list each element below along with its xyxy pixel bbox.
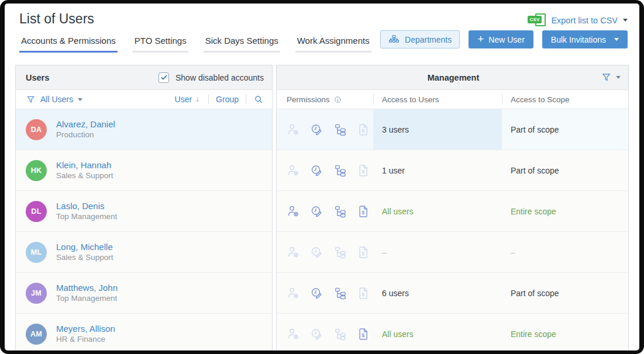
user-row[interactable]: DA Alvarez, Daniel Production <box>16 109 272 150</box>
user-department: Top Management <box>56 294 117 303</box>
access-to-users-cell[interactable]: 3 users <box>373 109 502 150</box>
tab-sick-days-settings[interactable]: Sick Days Settings <box>204 32 280 53</box>
user-name-link[interactable]: Laslo, Denis <box>56 201 117 211</box>
access-to-users-cell[interactable]: All users <box>373 314 502 350</box>
salary-document-icon[interactable] <box>357 286 370 300</box>
org-structure-icon[interactable] <box>333 204 347 218</box>
avatar: JM <box>26 283 47 304</box>
user-department: Production <box>56 130 94 139</box>
access-to-users-cell[interactable]: – <box>373 232 502 272</box>
access-to-users-cell[interactable]: 6 users <box>373 273 502 313</box>
action-buttons: Departments + New User Bulk Invitations <box>380 30 628 53</box>
user-settings-icon[interactable] <box>287 327 300 341</box>
org-structure-icon[interactable] <box>333 286 347 300</box>
user-settings-icon[interactable] <box>287 286 300 300</box>
departments-button[interactable]: Departments <box>380 30 460 48</box>
access-to-scope-cell[interactable]: Part of scope <box>502 273 628 313</box>
management-row: 1 user Part of scope <box>277 150 628 191</box>
chevron-down-icon <box>616 76 621 79</box>
tab-work-assignments[interactable]: Work Assignments <box>295 32 371 53</box>
salary-document-icon[interactable] <box>357 204 370 218</box>
permissions-cell <box>277 191 373 231</box>
access-to-scope-cell[interactable]: Entire scope <box>502 314 628 350</box>
divider <box>246 95 246 104</box>
user-name-link[interactable]: Meyers, Allison <box>56 324 115 334</box>
user-row[interactable]: AM Meyers, Allison HR & Finance <box>16 314 272 350</box>
user-row[interactable]: JM Matthews, John Top Management <box>16 273 272 314</box>
user-settings-icon[interactable] <box>287 164 300 177</box>
user-department: Sales & Support <box>56 253 113 262</box>
access-to-users-cell[interactable]: All users <box>373 191 502 231</box>
edit-time-icon[interactable] <box>310 204 323 218</box>
user-row[interactable]: DL Laslo, Denis Top Management <box>16 191 272 232</box>
user-settings-icon[interactable] <box>287 204 300 218</box>
window-frame: List of Users CSV Export list to CSV Acc… <box>0 0 644 354</box>
user-name-link[interactable]: Matthews, John <box>56 283 118 293</box>
access-to-scope-cell[interactable]: Part of scope <box>502 109 628 150</box>
sort-by-group-button[interactable]: Group <box>216 95 239 104</box>
user-name-link[interactable]: Klein, Hannah <box>56 160 113 170</box>
access-to-scope-cell[interactable]: – <box>502 232 628 272</box>
sort-descending-icon <box>194 96 201 103</box>
edit-time-icon[interactable] <box>310 245 323 259</box>
management-row: All users Entire scope <box>277 191 628 232</box>
info-icon[interactable] <box>333 95 342 104</box>
edit-time-icon[interactable] <box>310 123 323 136</box>
new-user-label: New User <box>488 35 524 44</box>
avatar: AM <box>26 324 47 345</box>
org-structure-icon[interactable] <box>333 123 347 136</box>
chevron-down-icon <box>623 19 628 22</box>
management-subheader: Permissions Access to Users Access to Sc… <box>277 90 628 109</box>
access-to-users-cell[interactable]: 1 user <box>373 150 502 190</box>
page-title: List of Users <box>19 11 94 27</box>
salary-document-icon[interactable] <box>357 327 370 341</box>
users-table: Users Show disabled accounts All Users <box>15 65 629 350</box>
tab-pto-settings[interactable]: PTO Settings <box>133 32 188 53</box>
management-filter-dropdown[interactable] <box>601 65 621 89</box>
access-to-users-column-header: Access to Users <box>373 90 502 109</box>
org-structure-icon[interactable] <box>333 327 347 341</box>
edit-time-icon[interactable] <box>310 327 323 341</box>
permissions-cell <box>277 314 373 350</box>
users-panel-header: Users Show disabled accounts <box>16 65 272 90</box>
export-csv-label: Export list to CSV <box>551 16 618 25</box>
avatar: DL <box>26 201 47 222</box>
access-to-scope-cell[interactable]: Entire scope <box>502 191 628 231</box>
export-csv-button[interactable]: CSV Export list to CSV <box>528 13 628 27</box>
user-name-link[interactable]: Alvarez, Daniel <box>56 119 115 129</box>
access-to-scope-cell[interactable]: Part of scope <box>502 150 628 190</box>
management-row: 6 users Part of scope <box>277 273 628 314</box>
show-disabled-checkbox[interactable]: Show disabled accounts <box>159 72 264 83</box>
search-icon[interactable] <box>253 94 264 105</box>
bulk-invitations-button[interactable]: Bulk Invitations <box>542 30 628 48</box>
permissions-cell <box>277 273 373 313</box>
user-filter-dropdown[interactable]: All Users <box>26 95 82 105</box>
user-settings-icon[interactable] <box>287 245 300 259</box>
user-row[interactable]: ML Long, Michelle Sales & Support <box>16 232 272 273</box>
edit-time-icon[interactable] <box>310 164 323 177</box>
org-structure-icon[interactable] <box>333 245 347 259</box>
departments-icon <box>388 34 400 45</box>
edit-time-icon[interactable] <box>310 286 323 300</box>
user-name-link[interactable]: Long, Michelle <box>56 242 113 252</box>
permissions-cell <box>277 109 373 150</box>
permissions-column-header: Permissions <box>277 90 373 109</box>
users-panel: Users Show disabled accounts All Users <box>15 65 273 350</box>
user-settings-icon[interactable] <box>287 123 300 136</box>
salary-document-icon[interactable] <box>357 123 370 136</box>
avatar: ML <box>26 242 47 263</box>
management-row: – – <box>277 232 628 273</box>
avatar: DA <box>26 119 47 140</box>
salary-document-icon[interactable] <box>357 245 370 259</box>
user-row[interactable]: HK Klein, Hannah Sales & Support <box>16 150 272 191</box>
salary-document-icon[interactable] <box>357 164 370 177</box>
user-department: Top Management <box>56 212 117 221</box>
departments-label: Departments <box>405 35 452 44</box>
sort-by-user-button[interactable]: User <box>175 95 202 104</box>
new-user-button[interactable]: + New User <box>469 30 533 48</box>
chevron-down-icon <box>78 98 82 101</box>
tab-bar: Accounts & Permissions PTO Settings Sick… <box>19 32 371 53</box>
tab-accounts-permissions[interactable]: Accounts & Permissions <box>19 32 118 53</box>
org-structure-icon[interactable] <box>333 164 347 177</box>
permissions-cell <box>277 232 373 272</box>
